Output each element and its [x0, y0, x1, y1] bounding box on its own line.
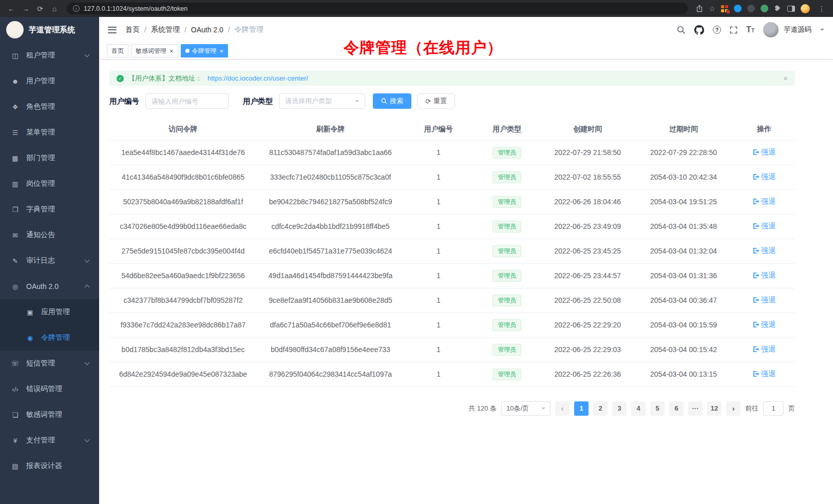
browser-profile-avatar[interactable]	[801, 4, 810, 13]
force-logout-button[interactable]: 强退	[753, 345, 775, 354]
tab-close-icon[interactable]: ×	[169, 48, 174, 54]
prev-page-button[interactable]: ‹	[555, 401, 570, 416]
breadcrumb-item[interactable]: OAuth 2.0	[191, 26, 223, 34]
sidebar-item-sms[interactable]: ☏ 短信管理	[0, 351, 99, 376]
force-logout-button[interactable]: 强退	[753, 222, 775, 231]
force-logout-icon	[753, 247, 760, 254]
extensions-puzzle-icon[interactable]	[774, 5, 782, 12]
page-size-select[interactable]: 10条/页	[501, 401, 551, 416]
sidebar-item-role[interactable]: ❖ 角色管理	[0, 94, 99, 120]
tab-close-icon[interactable]: ×	[220, 48, 224, 54]
font-size-icon[interactable]: TT	[746, 26, 754, 34]
breadcrumb-item[interactable]: 首页	[125, 25, 140, 34]
sidebar-item-audit-log[interactable]: ✎ 审计日志	[0, 248, 99, 274]
side-panel-icon[interactable]	[787, 6, 795, 12]
goto-page-input[interactable]	[763, 401, 784, 416]
page-button-2[interactable]: 2	[593, 401, 608, 416]
sidebar-item-sensitive-word[interactable]: ❏ 敏感词管理	[0, 402, 99, 428]
sidebar-item-menu[interactable]: ☰ 菜单管理	[0, 120, 99, 145]
sms-icon: ☏	[11, 360, 20, 367]
user-icon: ☻	[11, 77, 20, 85]
force-logout-button[interactable]: 强退	[753, 296, 775, 305]
sidebar-item-report-designer[interactable]: ▤ 报表设计器	[0, 453, 99, 479]
force-logout-button[interactable]: 强退	[753, 148, 775, 157]
chevron-down-icon[interactable]	[820, 29, 824, 33]
url-text: 127.0.0.1:1024/system/oauth2/token	[84, 5, 187, 12]
sidebar-item-pay[interactable]: ¥ 支付管理	[0, 428, 99, 453]
created-time-cell: 2022-06-25 22:29:20	[541, 313, 634, 337]
next-page-button[interactable]: ›	[726, 401, 741, 416]
force-logout-button[interactable]: 强退	[753, 320, 775, 329]
page-button-5[interactable]: 5	[650, 401, 665, 416]
user-type-cell: 管理员	[473, 140, 542, 165]
sidebar-item-dict[interactable]: ❐ 字典管理	[0, 197, 99, 222]
address-bar[interactable]: i 127.0.0.1:1024/system/oauth2/token	[67, 3, 688, 14]
fullscreen-icon[interactable]	[730, 26, 737, 34]
application-icon: ▣	[26, 308, 34, 316]
goto-suffix: 页	[788, 404, 795, 413]
sidebar-item-oauth2[interactable]: ◎ OAuth 2.0	[0, 274, 99, 299]
page-button-3[interactable]: 3	[612, 401, 627, 416]
expire-time-cell: 2054-03-04 01:31:36	[634, 263, 733, 288]
report-designer-icon: ▤	[11, 462, 20, 470]
sidebar-item-dept[interactable]: ▦ 部门管理	[0, 145, 99, 171]
breadcrumb-item[interactable]: 令牌管理	[235, 25, 263, 34]
app-logo-bar[interactable]: 芋道管理系统	[0, 17, 99, 43]
extension-green-icon[interactable]	[761, 5, 768, 12]
search-button[interactable]: 搜索	[373, 93, 411, 109]
back-button[interactable]: ←	[5, 3, 17, 15]
browser-menu-icon[interactable]: ⋮	[816, 3, 828, 15]
oauth-icon: ◎	[11, 283, 20, 290]
force-logout-icon	[753, 198, 760, 205]
sidebar-item-oauth2-token[interactable]: ◉ 令牌管理	[0, 325, 99, 351]
sidebar-item-oauth2-app[interactable]: ▣ 应用管理	[0, 299, 99, 325]
search-icon[interactable]	[677, 26, 686, 34]
page-button-1[interactable]: 1	[574, 401, 589, 416]
tab-sensitive-word[interactable]: 敏感词管理 ×	[131, 44, 178, 57]
user-type-select[interactable]: 请选择用户类型	[279, 93, 365, 109]
user-id-input[interactable]	[145, 93, 229, 109]
page-button-4[interactable]: 4	[631, 401, 646, 416]
tab-home[interactable]: 首页	[107, 44, 128, 57]
home-button[interactable]: ⌂	[48, 3, 61, 15]
sidebar-item-post[interactable]: ▥ 岗位管理	[0, 171, 99, 197]
github-icon[interactable]	[694, 25, 704, 35]
doc-link[interactable]: https://doc.iocoder.cn/user-center/	[207, 74, 308, 82]
force-logout-icon	[753, 297, 760, 303]
sidebar-item-error-code[interactable]: ‹/› 错误码管理	[0, 376, 99, 402]
reset-button[interactable]: ⟳ 重置	[417, 93, 455, 109]
sidebar-item-notice[interactable]: ✉ 通知公告	[0, 222, 99, 248]
force-logout-button[interactable]: 强退	[753, 197, 775, 206]
extension-dark-icon[interactable]	[747, 5, 755, 12]
pagination-total: 共 120 条	[468, 404, 497, 413]
token-table-row: f9336e7c7dd242a283ee98dc86b17a87 dfa6c71…	[109, 313, 795, 337]
help-icon[interactable]: ?	[713, 26, 721, 34]
user-id-label: 用户编号	[109, 96, 139, 106]
forward-button[interactable]: →	[20, 3, 32, 15]
force-logout-button[interactable]: 强退	[753, 271, 775, 280]
user-avatar[interactable]	[763, 22, 779, 37]
bookmark-star-icon[interactable]: ☆	[709, 5, 715, 13]
pagination-ellipsis[interactable]: ···	[688, 401, 703, 416]
sidebar-toggle-icon[interactable]	[108, 27, 117, 33]
extension-grid-icon[interactable]	[721, 5, 728, 12]
sidebar-item-user[interactable]: ☻ 用户管理	[0, 68, 99, 94]
page-button-12[interactable]: 12	[707, 401, 722, 416]
created-time-cell: 2022-07-02 18:55:55	[541, 165, 634, 189]
extension-badge	[726, 10, 730, 14]
extension-blue-icon[interactable]	[734, 5, 742, 12]
sidebar-item-tenant[interactable]: ◫ 租户管理	[0, 43, 99, 68]
share-icon[interactable]	[696, 5, 703, 12]
force-logout-button[interactable]: 强退	[753, 172, 775, 182]
force-logout-button[interactable]: 强退	[753, 370, 775, 379]
user-id-cell: 1	[404, 263, 473, 288]
breadcrumb-item[interactable]: 系统管理	[151, 25, 180, 34]
force-logout-button[interactable]: 强退	[753, 246, 775, 256]
tab-token[interactable]: 令牌管理 ×	[181, 44, 229, 57]
site-info-icon[interactable]: i	[73, 5, 80, 12]
table-header-row: 访问令牌 刷新令牌 用户编号 用户类型 创建时间 过期时间 操作	[109, 119, 795, 140]
reload-button[interactable]: ⟳	[34, 3, 46, 15]
refresh-token-cell: 333ecfc71e02480cb11055c875c3ca0f	[257, 165, 404, 189]
page-button-6[interactable]: 6	[669, 401, 684, 416]
alert-close-icon[interactable]: ×	[783, 74, 788, 83]
